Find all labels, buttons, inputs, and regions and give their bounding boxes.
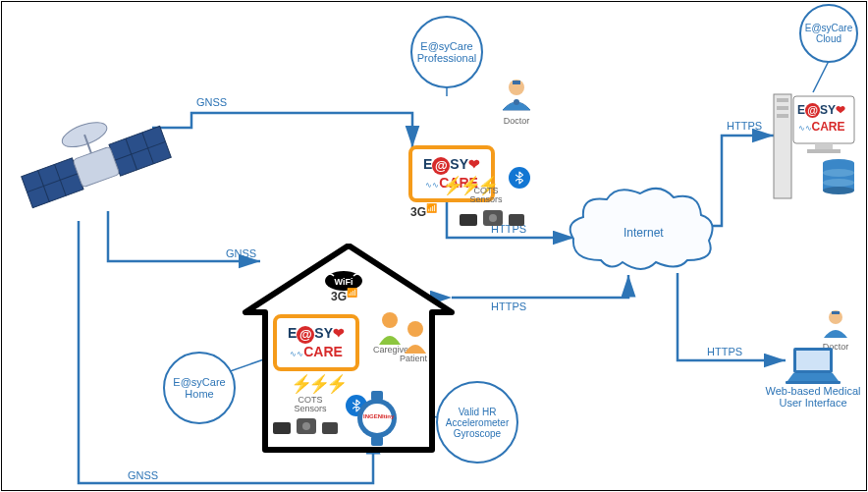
svg-point-22 [302,422,310,430]
https-home-label: HTTPS [491,301,526,312]
watch-brand: INGENItiny [363,413,394,419]
svg-rect-43 [832,311,840,314]
svg-rect-45 [796,351,830,370]
svg-rect-33 [777,114,788,118]
tablet-home: E@SY❤ ∿∿CARE [273,314,359,371]
svg-rect-35 [815,143,833,149]
svg-marker-46 [787,373,839,381]
sensors-pro-label: COTS Sensors [466,187,506,205]
wireless-home-icon: ⚡⚡⚡ [291,373,344,395]
svg-rect-16 [509,214,524,226]
svg-rect-31 [777,98,788,102]
satellite-icon [18,103,175,231]
patient-label: Patient [400,354,427,363]
internet-label: Internet [624,226,664,240]
sensors-pro-icons [460,206,528,234]
svg-rect-23 [322,422,338,434]
gnss1-label: GNSS [196,96,227,108]
svg-rect-47 [786,381,841,384]
easy-logo-home: E@SY❤ ∿∿CARE [288,325,345,359]
home-title: E@syCare Home [169,376,230,400]
patient-icon [403,320,428,357]
gnss3-label: GNSS [128,469,158,481]
watch-bubble: Valid HR Accelerometer Gyroscope [436,381,518,464]
svg-rect-36 [807,149,841,153]
webui-label: Web-based Medical User Interface [764,385,862,409]
svg-rect-11 [513,81,520,84]
laptop-icon [784,346,842,389]
cloud-bubble: E@syCare Cloud [799,4,858,63]
svg-text:WiFi: WiFi [335,277,353,287]
professional-title: E@syCare Professional [416,40,477,64]
svg-point-39 [823,187,854,194]
doctor-pro-icon: Doctor [499,77,534,126]
doctor-pro-label: Doctor [499,116,534,126]
smartwatch-icon: INGENItiny [353,391,401,450]
svg-point-15 [489,214,497,222]
svg-rect-32 [777,106,788,110]
svg-point-12 [514,99,519,105]
sensors-home-icons [273,414,342,442]
network-3g-home: 3G📶 [331,288,357,303]
cloud-title: E@syCare Cloud [805,23,853,44]
svg-rect-20 [273,422,291,434]
svg-rect-13 [460,214,477,226]
easy-logo-server: E@SY❤ ∿∿CARE [797,101,845,135]
https-web-label: HTTPS [707,346,742,357]
svg-point-40 [823,169,854,177]
svg-point-25 [407,321,423,337]
bluetooth-pro-icon [509,167,530,189]
https-server-label: HTTPS [727,120,762,132]
watch-text: Valid HR Accelerometer Gyroscope [442,407,513,439]
svg-point-41 [823,179,854,187]
svg-point-24 [382,312,398,328]
professional-bubble: E@syCare Professional [410,16,483,88]
network-3g-pro: 3G📶 [410,203,437,219]
caregiver-icon [377,311,403,349]
home-bubble: E@syCare Home [163,352,236,424]
sensors-home-label: COTS Sensors [291,396,330,414]
